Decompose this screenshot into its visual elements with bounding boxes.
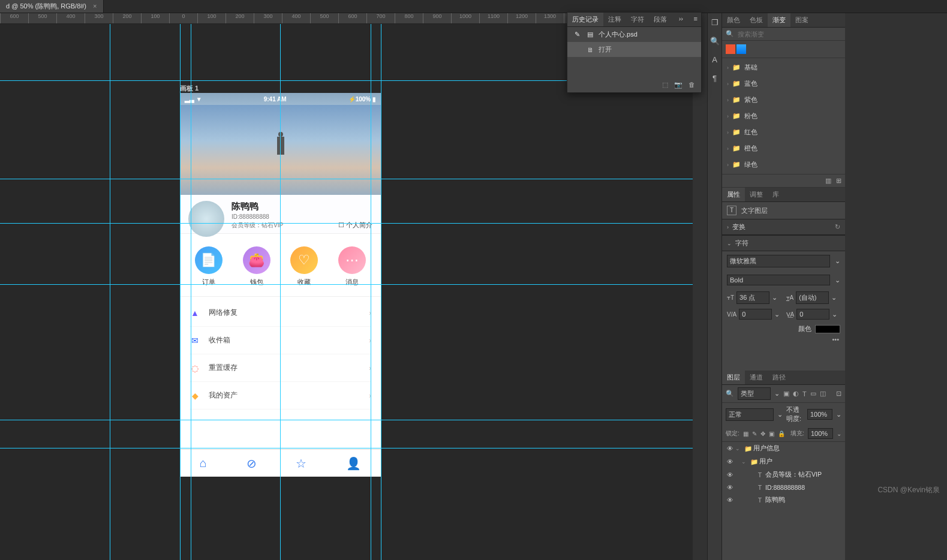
gradient-search[interactable] bbox=[738, 31, 841, 38]
history-tabs: 历史记录 注释 字符 段落 ›› ≡ bbox=[567, 13, 701, 27]
history-panel[interactable]: 历史记录 注释 字符 段落 ›› ≡ ✎ ▤ 个人中心.psd 🗎 打开 ⬚ 📷… bbox=[567, 12, 702, 93]
tracking[interactable]: 0 bbox=[796, 309, 829, 320]
lock-brush-icon[interactable]: ✎ bbox=[752, 430, 757, 437]
chevron-down-icon[interactable]: ⌄ bbox=[835, 276, 840, 284]
tab-gradient[interactable]: 渐变 bbox=[768, 13, 790, 27]
gradient-folder[interactable]: ›📁绿色 bbox=[722, 156, 845, 173]
chevron-down-icon[interactable]: ⌄ bbox=[835, 257, 840, 265]
visibility-icon[interactable]: 👁 bbox=[724, 484, 735, 491]
visibility-icon[interactable]: 👁 bbox=[724, 445, 735, 452]
canvas[interactable]: 画板 1 ▂▃ ▼ 9:41 AM ⚡100% ▮ 陈鸭鸭 ID:8888888… bbox=[0, 24, 693, 560]
expand-icon[interactable]: ›› bbox=[675, 13, 687, 26]
rail-panel-icon[interactable]: ❐ bbox=[708, 13, 721, 32]
tab-paragraph[interactable]: 段落 bbox=[649, 13, 672, 26]
mock-grid-item: ♡收藏 bbox=[290, 246, 318, 287]
history-file[interactable]: ✎ ▤ 个人中心.psd bbox=[567, 27, 701, 42]
filter-type-icon[interactable]: T bbox=[802, 390, 807, 398]
layer-row[interactable]: 👁TID:888888888 bbox=[722, 481, 845, 493]
tab-layers[interactable]: 图层 bbox=[722, 371, 745, 384]
mock-grid-item: 👛钱包 bbox=[243, 246, 270, 287]
font-size-icon: ᴛT bbox=[727, 294, 734, 301]
swatch-blue[interactable] bbox=[736, 44, 746, 54]
document-tab[interactable]: d @ 50% (陈鸭鸭, RGB/8#) × bbox=[0, 0, 104, 13]
visibility-icon[interactable]: 👁 bbox=[724, 471, 735, 478]
filter-search-icon: 🔍 bbox=[726, 390, 734, 398]
history-step-open[interactable]: 🗎 打开 bbox=[567, 42, 701, 57]
gradient-swatch-row bbox=[722, 41, 845, 58]
gradient-folder[interactable]: ›📁粉色 bbox=[722, 108, 845, 124]
rail-search-icon[interactable]: 🔍 bbox=[708, 32, 721, 50]
rail-text-icon[interactable]: A bbox=[708, 50, 721, 69]
tab-pattern[interactable]: 图案 bbox=[790, 13, 813, 27]
more-icon[interactable]: ••• bbox=[722, 336, 845, 347]
swatch-red[interactable] bbox=[726, 44, 735, 54]
document-tabbar: d @ 50% (陈鸭鸭, RGB/8#) × bbox=[0, 0, 947, 13]
lock-position-icon[interactable]: ✥ bbox=[760, 430, 765, 437]
artboard-label[interactable]: 画板 1 bbox=[180, 84, 199, 93]
kerning[interactable]: 0 bbox=[739, 309, 772, 320]
section-character[interactable]: ⌄字符 bbox=[722, 235, 845, 251]
color-label: 颜色 bbox=[798, 324, 811, 333]
leading-icon: ᴛ̲A bbox=[786, 294, 794, 301]
brush-icon: ✎ bbox=[572, 31, 582, 38]
gradient-folder[interactable]: ›📁紫色 bbox=[722, 92, 845, 108]
gradient-folder[interactable]: ›📁基础 bbox=[722, 59, 845, 76]
file-icon: 🗎 bbox=[585, 46, 595, 53]
filter-smart-icon[interactable]: ◫ bbox=[820, 390, 826, 398]
filter-toggle[interactable]: ⊡ bbox=[836, 390, 841, 398]
filter-image-icon[interactable]: ▣ bbox=[783, 390, 789, 398]
gradient-folder[interactable]: ›📁蓝色 bbox=[722, 76, 845, 92]
visibility-icon[interactable]: 👁 bbox=[724, 496, 735, 504]
font-family-select[interactable]: 微软雅黑 bbox=[727, 255, 830, 267]
tab-adjust[interactable]: 调整 bbox=[745, 188, 768, 201]
snapshot-icon[interactable]: 📷 bbox=[674, 81, 683, 89]
gradient-folder[interactable]: ›📁橙色 bbox=[722, 140, 845, 156]
lock-pixels-icon[interactable]: ▦ bbox=[743, 430, 748, 437]
gradient-folder[interactable]: ›📁红色 bbox=[722, 124, 845, 140]
font-weight-select[interactable]: Bold bbox=[727, 275, 830, 285]
dock-rail: ❐ 🔍 A ¶ bbox=[707, 13, 721, 560]
rail-paragraph-icon[interactable]: ¶ bbox=[708, 69, 721, 88]
filter-shape-icon[interactable]: ▭ bbox=[810, 390, 816, 398]
new-folder-icon[interactable]: ▥ bbox=[825, 177, 831, 185]
tab-paths[interactable]: 路径 bbox=[768, 371, 790, 384]
visibility-icon[interactable]: 👁 bbox=[724, 458, 735, 465]
tab-properties[interactable]: 属性 bbox=[722, 188, 745, 201]
leading[interactable]: (自动) bbox=[796, 291, 829, 304]
tab-notes[interactable]: 注释 bbox=[603, 13, 626, 26]
opacity-label: 不透明度: bbox=[786, 405, 804, 423]
search-icon: 🔍 bbox=[726, 30, 734, 38]
right-panel: 颜色 色板 渐变 图案 🔍 ›📁基础›📁蓝色›📁紫色›📁粉色›📁红色›📁橙色›📁… bbox=[721, 13, 845, 560]
layer-row[interactable]: 👁⌄📁用户 bbox=[722, 455, 845, 468]
tab-color[interactable]: 颜色 bbox=[722, 13, 745, 27]
tab-swatches[interactable]: 色板 bbox=[745, 13, 768, 27]
new-item-icon[interactable]: ⊞ bbox=[836, 177, 841, 185]
tab-channels[interactable]: 通道 bbox=[745, 371, 768, 384]
watermark: CSDN @Kevin铭泉 bbox=[877, 485, 940, 495]
opacity-value[interactable]: 100% bbox=[807, 409, 832, 420]
layer-row[interactable]: 👁T会员等级：钻石VIP bbox=[722, 468, 845, 481]
tab-library[interactable]: 库 bbox=[768, 188, 784, 201]
edit-profile: 个人简介 bbox=[338, 221, 372, 230]
mock-grid-item: 📄订单 bbox=[195, 246, 223, 287]
close-icon[interactable]: × bbox=[93, 2, 97, 10]
layer-row[interactable]: 👁⌄📁用户信息 bbox=[722, 442, 845, 455]
document-icon: ▤ bbox=[585, 31, 595, 38]
layer-row[interactable]: 👁T陈鸭鸭 bbox=[722, 493, 845, 507]
font-size[interactable]: 36 点 bbox=[736, 291, 769, 304]
mock-grid-item: ⋯消息 bbox=[338, 246, 366, 287]
reset-icon[interactable]: ↻ bbox=[835, 223, 840, 231]
fill-value[interactable]: 100% bbox=[808, 428, 833, 439]
blend-mode-select[interactable]: 正常 bbox=[726, 408, 774, 421]
tab-history[interactable]: 历史记录 bbox=[567, 13, 603, 26]
section-transform[interactable]: ›变换↻ bbox=[722, 219, 845, 235]
filter-adjust-icon[interactable]: ◐ bbox=[793, 390, 799, 398]
create-doc-icon[interactable]: ⬚ bbox=[662, 81, 668, 89]
text-color-swatch[interactable] bbox=[815, 325, 840, 333]
trash-icon[interactable]: 🗑 bbox=[689, 81, 695, 89]
panel-menu-icon[interactable]: ≡ bbox=[690, 13, 701, 26]
layer-filter-select[interactable]: 类型 bbox=[738, 387, 771, 400]
lock-artboard-icon[interactable]: ▣ bbox=[769, 430, 774, 437]
tab-character[interactable]: 字符 bbox=[626, 13, 649, 26]
lock-all-icon[interactable]: 🔒 bbox=[778, 430, 785, 437]
